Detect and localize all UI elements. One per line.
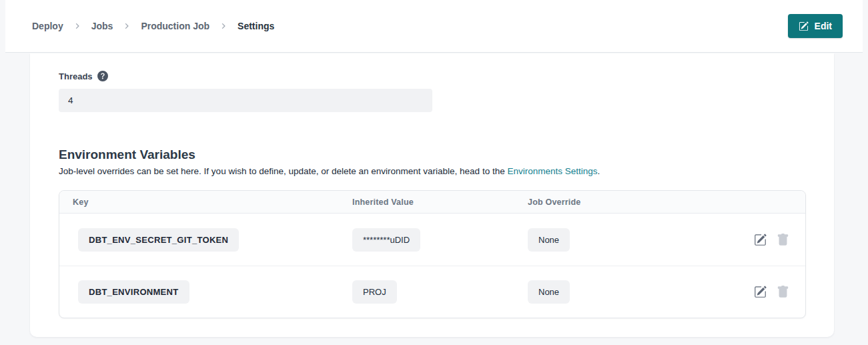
trash-icon (777, 286, 789, 298)
threads-label: Threads (59, 71, 93, 81)
breadcrumb-item-production-job[interactable]: Production Job (141, 21, 209, 31)
env-vars-description-period: . (598, 166, 600, 176)
table-row: DBT_ENVIRONMENT PROJ None (59, 266, 805, 318)
env-var-job-override: None (528, 280, 570, 304)
breadcrumb-item-jobs[interactable]: Jobs (91, 21, 113, 31)
env-var-key: DBT_ENVIRONMENT (78, 280, 189, 304)
trash-icon (777, 234, 789, 246)
chevron-right-icon (123, 22, 131, 30)
table-row: DBT_ENV_SECRET_GIT_TOKEN ********uDID No… (59, 214, 805, 266)
column-header-job-override: Job Override (514, 198, 690, 207)
question-circle-icon[interactable] (97, 71, 108, 81)
env-vars-description-text: Job-level overrides can be set here. If … (59, 166, 507, 176)
pencil-square-icon (754, 286, 767, 298)
environments-settings-link[interactable]: Environments Settings (507, 166, 597, 176)
column-header-inherited-value: Inherited Value (339, 198, 514, 207)
env-vars-description: Job-level overrides can be set here. If … (59, 166, 806, 176)
env-var-inherited-value: ********uDID (352, 228, 420, 252)
chevron-right-icon (73, 22, 81, 30)
column-header-key: Key (59, 198, 339, 207)
row-delete-button[interactable] (777, 234, 789, 246)
page-header: Deploy Jobs Production Job Settings Edit (5, 0, 863, 53)
breadcrumb-item-deploy[interactable]: Deploy (32, 21, 63, 31)
edit-button[interactable]: Edit (788, 14, 843, 38)
env-var-inherited-value: PROJ (352, 280, 397, 304)
edit-button-label: Edit (815, 21, 832, 31)
row-edit-button[interactable] (754, 234, 767, 246)
breadcrumb: Deploy Jobs Production Job Settings (32, 21, 274, 31)
chevron-right-icon (220, 22, 228, 30)
breadcrumb-item-settings: Settings (238, 21, 274, 31)
row-delete-button[interactable] (777, 286, 789, 298)
table-header-row: Key Inherited Value Job Override (59, 191, 805, 214)
env-var-job-override: None (528, 228, 570, 252)
env-var-key: DBT_ENV_SECRET_GIT_TOKEN (78, 228, 239, 252)
env-vars-table: Key Inherited Value Job Override DBT_ENV… (59, 190, 806, 318)
pencil-square-icon (799, 21, 809, 31)
threads-input[interactable] (59, 89, 432, 112)
pencil-square-icon (754, 234, 767, 246)
row-edit-button[interactable] (754, 286, 767, 298)
settings-card: Threads Environment Variables Job-level … (30, 53, 834, 337)
env-vars-title: Environment Variables (59, 147, 806, 162)
